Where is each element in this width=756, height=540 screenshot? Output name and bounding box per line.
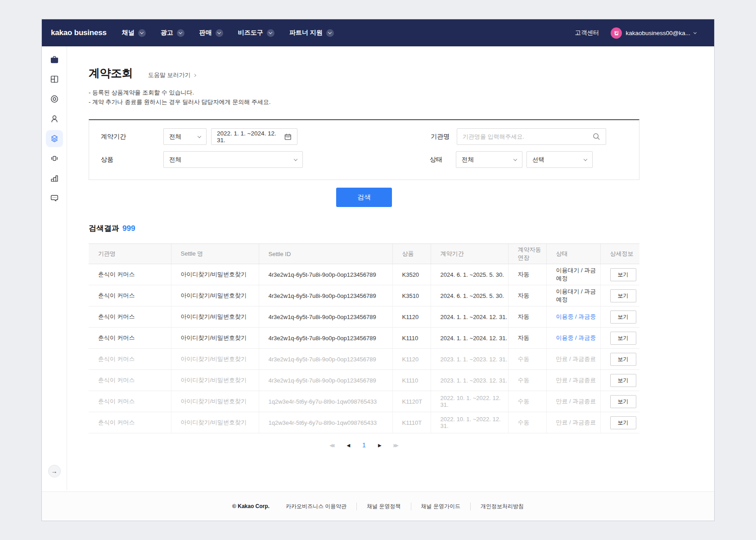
column-header: 상태 [546,244,600,264]
sidebar-item-analytics[interactable] [46,170,63,187]
status-sub-select[interactable]: 선택 [526,151,593,168]
view-detail-button[interactable]: 보기 [610,310,636,324]
view-detail-button[interactable]: 보기 [610,289,636,302]
sidebar-expand-button[interactable]: → [48,465,61,477]
chevron-down-icon [216,29,223,37]
chevron-down-icon [198,134,201,138]
footer-link[interactable]: 카카오비즈니스 이용약관 [286,503,346,510]
cell-org-name: 춘식이 커머스 [89,328,171,349]
cell-status: 만료 / 과금종료 [546,391,600,412]
target-icon [50,94,59,104]
chat-icon [50,193,59,203]
cell-product: K1120 [392,349,431,370]
cell-detail: 보기 [600,306,639,328]
sidebar-item-members[interactable] [46,110,63,127]
view-detail-button[interactable]: 보기 [610,395,636,408]
date-range-value: 2022. 1. 1. ~2024. 12. 31. [217,130,284,144]
cell-renewal: 자동 [508,306,546,328]
first-page-button[interactable]: ◀◀ [329,443,334,448]
cell-settle-name: 아이디찾기/비밀번호찾기 [171,285,259,306]
cell-renewal: 자동 [508,264,546,285]
search-button[interactable]: 검색 [336,188,392,207]
footer-link[interactable]: 채널 운영정책 [356,503,400,510]
column-header: 상세정보 [600,244,639,264]
cell-settle-name: 아이디찾기/비밀번호찾기 [171,370,259,391]
view-detail-button[interactable]: 보기 [610,353,636,366]
cell-detail: 보기 [600,285,639,306]
view-detail-button[interactable]: 보기 [610,268,636,281]
account-menu[interactable]: 킵 kakaobusiness00@ka... [611,27,696,39]
top-nav: kakao business 채널 광고 판매 비즈도구 파트너 지원 고객센터… [42,19,714,46]
dashboard-icon [50,74,59,84]
calendar-icon [284,133,292,140]
customer-center-link[interactable]: 고객센터 [575,29,599,37]
cell-product: K1120 [392,306,431,328]
app-window: kakao business 채널 광고 판매 비즈도구 파트너 지원 고객센터… [41,19,715,521]
view-detail-button[interactable]: 보기 [610,332,636,345]
period-type-select[interactable]: 전체 [163,128,207,145]
footer-link[interactable]: 채널 운영가이드 [411,503,460,510]
layers-icon [50,134,59,144]
sidebar-item-messages[interactable] [46,189,63,207]
copyright: © Kakao Corp. [232,503,270,509]
cell-settle-id: 1q2w3e4r-5t6y-6y7u-8l9o-1qw098765433 [259,391,392,412]
last-page-button[interactable]: ▶▶ [394,443,399,448]
nav-menu-label: 비즈도구 [238,29,263,37]
account-email: kakaobusiness00@ka... [626,30,690,36]
footer-link[interactable]: 개인정보처리방침 [470,503,524,510]
date-range-input[interactable]: 2022. 1. 1. ~2024. 12. 31. [211,128,297,145]
org-name-input[interactable]: 기관명을 입력해주세요. [457,128,606,145]
nav-menu-item[interactable]: 비즈도구 [238,29,274,37]
view-detail-button[interactable]: 보기 [610,416,636,429]
status-select-value: 전체 [462,156,474,164]
cell-org-name: 춘식이 커머스 [89,306,171,328]
table-row: 춘식이 커머스 아이디찾기/비밀번호찾기 1q2w3e4r-5t6y-6y7u-… [89,412,639,433]
table-row: 춘식이 커머스 아이디찾기/비밀번호찾기 1q2w3e4r-5t6y-6y7u-… [89,391,639,412]
cell-product: K3520 [392,264,431,285]
current-page[interactable]: 1 [362,441,366,449]
status-sub-select-value: 선택 [532,156,544,164]
help-link[interactable]: 도움말 보러가기 [148,71,196,79]
sidebar-item-dashboard[interactable] [46,71,63,88]
chevron-down-icon [584,157,587,161]
cell-settle-name: 아이디찾기/비밀번호찾기 [171,306,259,328]
period-type-value: 전체 [169,133,181,141]
product-select[interactable]: 전체 [163,151,303,168]
brand-logo[interactable]: kakao business [51,28,107,37]
cell-settle-name: 아이디찾기/비밀번호찾기 [171,349,259,370]
next-page-button[interactable]: ▶ [378,443,382,448]
sidebar-item-contracts[interactable] [46,130,63,147]
cell-detail: 보기 [600,370,639,391]
table-row: 춘식이 커머스 아이디찾기/비밀번호찾기 4r3e2w1q-6y5t-7u8i-… [89,328,639,349]
cell-settle-name: 아이디찾기/비밀번호찾기 [171,412,259,433]
status-select[interactable]: 전체 [456,151,522,168]
cell-settle-id: 4r3e2w1q-6y5t-7u8i-9o0p-0op123456789 [259,328,392,349]
sidebar-item-device[interactable] [46,150,63,167]
cell-product: K1110T [392,412,431,433]
cell-settle-name: 아이디찾기/비밀번호찾기 [171,328,259,349]
cell-org-name: 춘식이 커머스 [89,285,171,306]
cell-status: 만료 / 과금종료 [546,370,600,391]
nav-menu-item[interactable]: 광고 [161,29,184,37]
nav-menu-label: 파트너 지원 [289,29,323,37]
nav-menu-label: 채널 [122,29,135,37]
footer: © Kakao Corp. 카카오비즈니스 이용약관채널 운영정책채널 운영가이… [42,491,714,521]
bar-chart-icon [50,173,59,183]
sidebar-item-target[interactable] [46,90,63,108]
nav-menu-item[interactable]: 채널 [122,29,146,37]
cell-settle-name: 아이디찾기/비밀번호찾기 [171,264,259,285]
chevron-down-icon [693,31,697,34]
nav-menu-item[interactable]: 판매 [199,29,223,37]
nav-menu-item[interactable]: 파트너 지원 [289,29,334,37]
person-icon [50,114,59,124]
table-row: 춘식이 커머스 아이디찾기/비밀번호찾기 4r3e2w1q-6y5t-7u8i-… [89,370,639,391]
chevron-down-icon [177,29,184,37]
previous-page-button[interactable]: ◀ [346,443,350,448]
cell-renewal: 수동 [508,412,546,433]
cell-product: K1110 [392,328,431,349]
cell-org-name: 춘식이 커머스 [89,370,171,391]
view-detail-button[interactable]: 보기 [610,374,636,387]
description-line: - 등록된 상품계약을 조회할 수 있습니다. [89,88,639,97]
cell-renewal: 자동 [508,285,546,306]
sidebar-item-home[interactable] [46,51,63,68]
